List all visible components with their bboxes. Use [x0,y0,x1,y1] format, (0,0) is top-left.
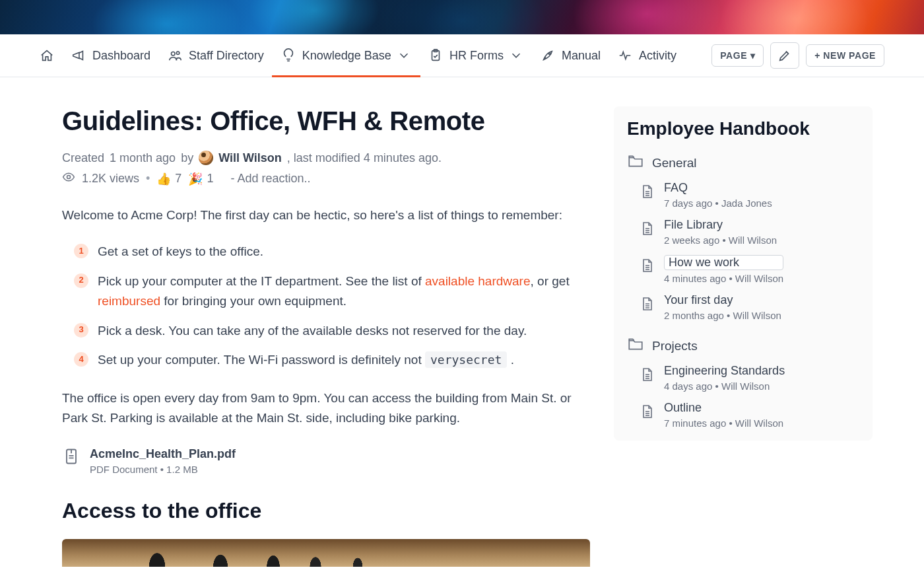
reaction-count: 1 [207,172,213,186]
doc-title: Your first day [664,293,781,307]
attachment-name: AcmeInc_Health_Plan.pdf [90,447,236,461]
doc-title: How we work [664,255,783,270]
svg-point-1 [176,52,179,54]
reaction-thumb[interactable]: 👍 7 [156,172,182,186]
pencil-icon [777,48,792,63]
meta-by: by [181,151,193,165]
nav-staff-directory[interactable]: Staff Directory [168,34,264,77]
list-item: 1 Get a set of keys to the office. [74,242,590,262]
add-reaction[interactable]: - Add reaction.. [230,172,310,186]
reaction-party[interactable]: 🎉 1 [188,172,213,186]
nav-label: Manual [562,49,601,63]
button-label: + NEW PAGE [814,50,876,61]
page-actions: PAGE ▾ + NEW PAGE [711,42,884,69]
page-icon [639,255,655,276]
list-item: 3 Pick a desk. You can take any of the a… [74,321,590,341]
page-stats: 1.2K views • 👍 7 🎉 1 - Add reaction.. [62,170,590,187]
folder-icon [627,336,644,356]
step-text: Pick up your computer at the IT departme… [98,271,590,312]
page-icon [639,364,655,385]
nav-label: Dashboard [92,49,150,63]
party-icon: 🎉 [188,172,203,186]
nav-label: Knowledge Base [302,49,391,63]
doc-item[interactable]: FAQ 7 days ago • Jada Jones [627,177,859,214]
page-title: Guidelines: Office, WFH & Remote [62,106,590,136]
list-item: 2 Pick up your computer at the IT depart… [74,271,590,312]
doc-item[interactable]: Engineering Standards 4 days ago • Will … [627,360,859,397]
clipboard-icon [428,48,443,63]
doc-meta: 2 months ago • Will Wilson [664,310,781,321]
steps-list: 1 Get a set of keys to the office. 2 Pic… [74,242,590,370]
topbar: Dashboard Staff Directory Knowledge Base… [0,34,924,77]
section-title: Projects [652,339,698,353]
eye-icon [62,170,75,187]
section-header[interactable]: Projects [627,332,859,360]
lightbulb-icon [281,48,296,63]
svg-point-5 [67,176,71,179]
chevron-down-icon [509,48,523,63]
page-icon [639,218,655,239]
nav-knowledge-base[interactable]: Knowledge Base [281,34,411,77]
link-available-hardware[interactable]: available hardware [425,274,531,288]
people-icon [168,48,182,63]
doc-title: Outline [664,401,783,415]
code-snippet: verysecret [425,351,507,368]
sidebar-section-general: General FAQ 7 days ago • Jada Jones File… [627,149,859,326]
sidebar: Employee Handbook General FAQ 7 days ago… [614,106,873,441]
nav-label: Staff Directory [189,49,264,63]
meta-created-time: 1 month ago [110,151,176,165]
separator: • [146,172,150,186]
attachment-meta: PDF Document • 1.2 MB [90,464,236,475]
doc-item-selected[interactable]: How we work 4 minutes ago • Will Wilson [627,251,859,289]
rocket-icon [541,48,555,63]
doc-title: File Library [664,218,777,232]
doc-item[interactable]: Outline 7 minutes ago • Will Wilson [627,397,859,434]
link-reimbursed[interactable]: reimbursed [98,294,160,308]
main-nav: Dashboard Staff Directory Knowledge Base… [40,34,676,77]
nav-hr-forms[interactable]: HR Forms [428,34,523,77]
section-header[interactable]: General [627,149,859,177]
page-icon [639,181,655,202]
nav-manual[interactable]: Manual [541,34,601,77]
chevron-down-icon [397,48,411,63]
edit-button[interactable] [770,42,799,69]
thumb-icon: 👍 [156,172,171,186]
doc-meta: 7 minutes ago • Will Wilson [664,417,783,429]
intro-paragraph: Welcome to Acme Corp! The first day can … [62,205,590,225]
nav-activity[interactable]: Activity [618,34,676,77]
meta-created-prefix: Created [62,151,104,165]
attachment[interactable]: AcmeInc_Health_Plan.pdf PDF Document • 1… [62,447,590,475]
svg-point-0 [172,52,176,56]
main-content: Guidelines: Office, WFH & Remote Created… [62,106,590,567]
megaphone-icon [71,48,86,63]
doc-meta: 2 weeks ago • Will Wilson [664,235,777,246]
section-heading: Access to the office [62,499,590,523]
doc-item[interactable]: File Library 2 weeks ago • Will Wilson [627,214,859,251]
file-icon [62,447,81,468]
meta-modified: , last modified 4 minutes ago. [287,151,442,165]
step-number: 1 [74,244,88,258]
views-count: 1.2K views [82,172,139,186]
doc-title: Engineering Standards [664,364,785,378]
doc-item[interactable]: Your first day 2 months ago • Will Wilso… [627,289,859,326]
reaction-count: 7 [175,172,182,186]
doc-meta: 4 days ago • Will Wilson [664,380,785,392]
step-number: 2 [74,273,88,288]
doc-meta: 7 days ago • Jada Jones [664,198,772,209]
hero-banner [0,0,924,34]
nav-home[interactable] [40,34,54,77]
sidebar-section-projects: Projects Engineering Standards 4 days ag… [627,332,859,434]
new-page-button[interactable]: + NEW PAGE [806,44,884,67]
page-menu-button[interactable]: PAGE ▾ [711,44,764,67]
home-icon [40,48,54,63]
list-item: 4 Set up your computer. The Wi-Fi passwo… [74,350,590,370]
step-number: 4 [74,352,88,367]
section-title: General [652,156,697,170]
author-name[interactable]: Will Wilson [218,151,282,165]
nav-dashboard[interactable]: Dashboard [71,34,150,77]
avatar[interactable] [199,151,213,165]
step-text: Set up your computer. The Wi-Fi password… [98,350,514,370]
doc-meta: 4 minutes ago • Will Wilson [664,273,783,284]
hours-paragraph: The office is open every day from 9am to… [62,388,590,427]
section-image [62,539,590,567]
